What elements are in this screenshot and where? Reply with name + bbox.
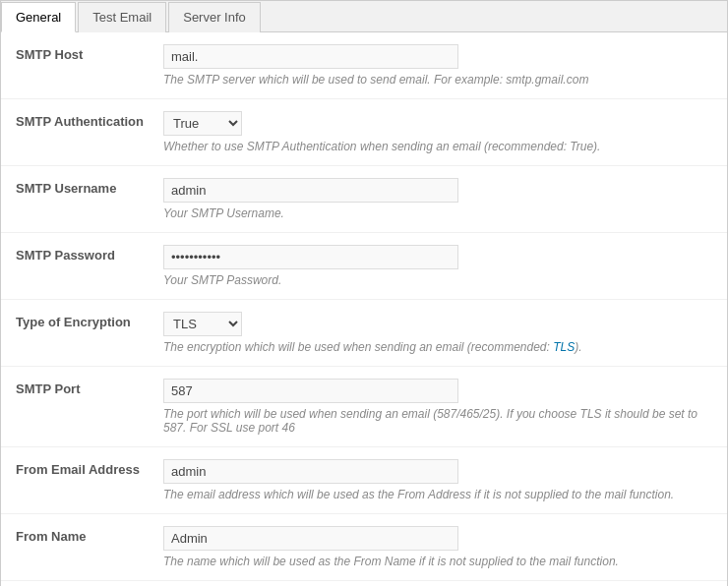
- row-smtp-port: SMTP Port The port which will be used wh…: [1, 367, 727, 447]
- cell-from-name: The name which will be used as the From …: [158, 514, 727, 581]
- settings-form-table: SMTP Host The SMTP server which will be …: [1, 32, 727, 586]
- cell-smtp-host: The SMTP server which will be used to se…: [158, 32, 727, 99]
- row-smtp-auth: SMTP Authentication True False Whether t…: [1, 99, 727, 166]
- hint-encryption: The encryption which will be used when s…: [163, 340, 714, 354]
- hint-smtp-username: Your SMTP Username.: [163, 206, 714, 220]
- hint-encryption-before: The encryption which will be used when s…: [163, 340, 553, 354]
- input-smtp-host[interactable]: [163, 44, 458, 69]
- hint-encryption-after: ).: [575, 340, 581, 354]
- hint-from-email: The email address which will be used as …: [163, 488, 714, 501]
- label-from-email: From Email Address: [1, 447, 158, 514]
- hint-smtp-host: The SMTP server which will be used to se…: [163, 73, 714, 87]
- label-smtp-username: SMTP Username: [1, 166, 158, 233]
- row-smtp-password: SMTP Password Your SMTP Password.: [1, 233, 727, 300]
- input-from-email[interactable]: [163, 459, 458, 484]
- cell-disable-ssl: As of PHP 5.6 you will get a warning/err…: [158, 581, 727, 587]
- cell-from-email: The email address which will be used as …: [158, 447, 727, 514]
- cell-smtp-password: Your SMTP Password.: [158, 233, 727, 300]
- hint-smtp-port: The port which will be used when sending…: [163, 407, 714, 435]
- row-disable-ssl: Disable SSL Certificate Verification As …: [1, 581, 727, 587]
- cell-smtp-auth: True False Whether to use SMTP Authentic…: [158, 99, 727, 166]
- row-from-email: From Email Address The email address whi…: [1, 447, 727, 514]
- input-from-name[interactable]: [163, 526, 458, 551]
- label-smtp-password: SMTP Password: [1, 233, 158, 300]
- cell-smtp-port: The port which will be used when sending…: [158, 367, 727, 447]
- tab-server-info[interactable]: Server Info: [168, 2, 261, 32]
- tab-content-general: SMTP Host The SMTP server which will be …: [1, 32, 727, 586]
- row-encryption: Type of Encryption None SSL TLS The encr…: [1, 300, 727, 367]
- row-smtp-host: SMTP Host The SMTP server which will be …: [1, 32, 727, 99]
- hint-smtp-auth: Whether to use SMTP Authentication when …: [163, 140, 714, 153]
- tab-test-email[interactable]: Test Email: [78, 2, 166, 32]
- select-encryption[interactable]: None SSL TLS: [163, 312, 242, 336]
- input-smtp-port[interactable]: [163, 379, 458, 403]
- label-smtp-port: SMTP Port: [1, 367, 158, 447]
- input-smtp-password[interactable]: [163, 245, 458, 269]
- hint-from-name: The name which will be used as the From …: [163, 555, 714, 568]
- hint-smtp-password: Your SMTP Password.: [163, 273, 714, 287]
- tab-bar: General Test Email Server Info: [1, 1, 727, 32]
- row-smtp-username: SMTP Username Your SMTP Username.: [1, 166, 727, 233]
- settings-panel: General Test Email Server Info SMTP Host…: [0, 0, 728, 586]
- select-smtp-auth[interactable]: True False: [163, 111, 242, 136]
- row-from-name: From Name The name which will be used as…: [1, 514, 727, 581]
- label-from-name: From Name: [1, 514, 158, 581]
- cell-smtp-username: Your SMTP Username.: [158, 166, 727, 233]
- input-smtp-username[interactable]: [163, 178, 458, 203]
- cell-encryption: None SSL TLS The encryption which will b…: [158, 300, 727, 367]
- label-smtp-host: SMTP Host: [1, 32, 158, 99]
- label-disable-ssl: Disable SSL Certificate Verification: [1, 581, 158, 587]
- label-encryption: Type of Encryption: [1, 300, 158, 367]
- tab-general[interactable]: General: [1, 2, 76, 32]
- hint-encryption-highlight: TLS: [553, 340, 575, 354]
- label-smtp-auth: SMTP Authentication: [1, 99, 158, 166]
